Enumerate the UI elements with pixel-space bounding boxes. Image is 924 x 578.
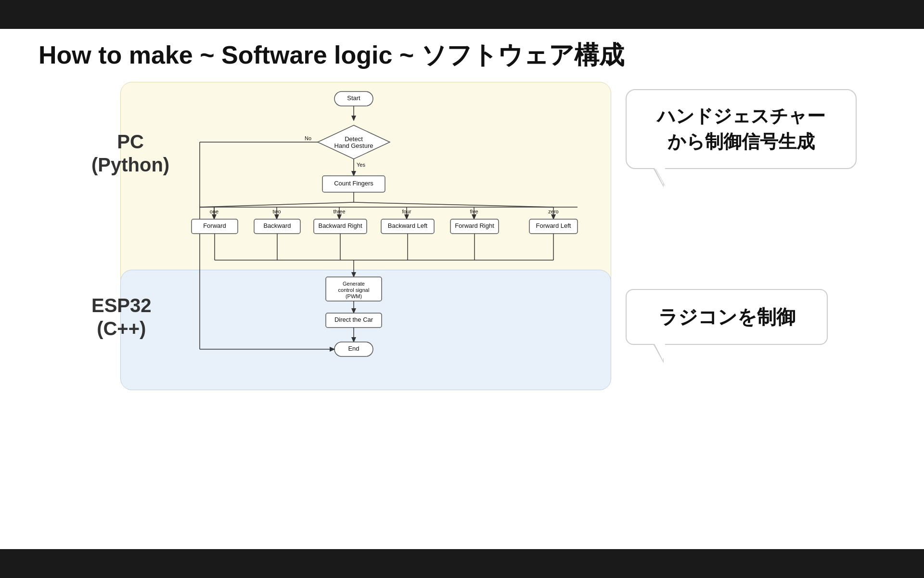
svg-text:Detect: Detect xyxy=(345,135,363,143)
bubble-pc: ハンドジェスチャーから制御信号生成 xyxy=(626,89,857,169)
flowchart-svg: Start Detect Hand Gesture No Yes Count F… xyxy=(120,82,611,395)
top-bar xyxy=(0,0,924,29)
svg-text:Generate: Generate xyxy=(343,281,365,287)
svg-text:Backward Right: Backward Right xyxy=(318,222,362,229)
svg-text:five: five xyxy=(470,209,478,214)
svg-text:zero: zero xyxy=(548,209,558,214)
svg-text:Start: Start xyxy=(347,94,360,102)
svg-line-62 xyxy=(354,202,553,207)
page-title: How to make ~ Software logic ~ ソフトウェア構成 xyxy=(38,39,624,72)
svg-line-61 xyxy=(200,202,354,207)
bubble-pc-text: ハンドジェスチャーから制御信号生成 xyxy=(657,106,825,152)
svg-text:No: No xyxy=(305,135,311,141)
svg-text:Backward: Backward xyxy=(263,222,291,229)
bubble-esp: ラジコンを制御 xyxy=(626,289,828,345)
bubble-esp-text: ラジコンを制御 xyxy=(658,306,796,328)
diagram-area: PC(Python) ESP32(C++) Start Detect Hand … xyxy=(91,82,621,400)
svg-text:four: four xyxy=(402,209,411,214)
svg-text:three: three xyxy=(333,209,345,214)
svg-text:control signal: control signal xyxy=(338,287,370,293)
bottom-bar xyxy=(0,549,924,578)
svg-text:End: End xyxy=(348,345,359,352)
svg-text:Direct the Car: Direct the Car xyxy=(334,316,373,323)
svg-text:Yes: Yes xyxy=(357,162,365,168)
svg-text:Forward: Forward xyxy=(203,222,226,229)
svg-text:Hand Gesture: Hand Gesture xyxy=(334,142,373,149)
svg-text:Forward Right: Forward Right xyxy=(455,222,494,229)
svg-text:two: two xyxy=(272,209,281,214)
svg-text:Forward Left: Forward Left xyxy=(536,222,571,229)
svg-text:Count Fingers: Count Fingers xyxy=(334,180,373,187)
svg-text:(PWM): (PWM) xyxy=(346,293,362,299)
svg-text:Backward Left: Backward Left xyxy=(388,222,428,229)
